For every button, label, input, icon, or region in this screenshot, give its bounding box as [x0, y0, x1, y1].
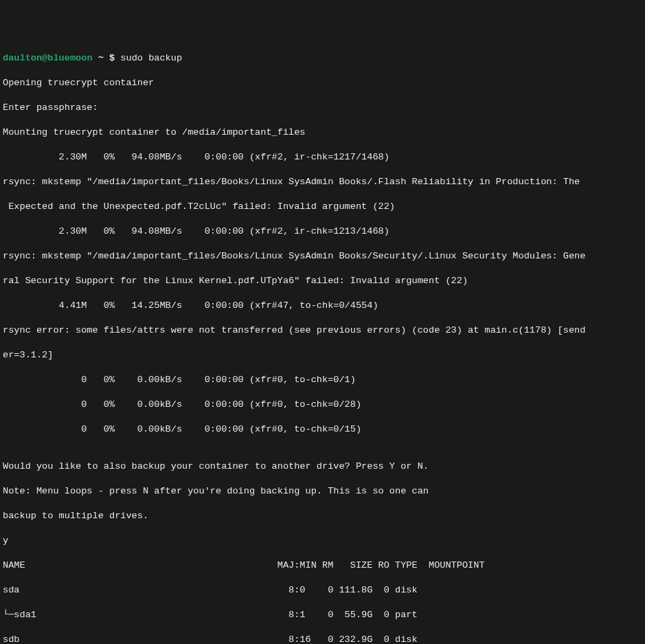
- output-line: 0 0% 0.00kB/s 0:00:00 (xfr#0, to-chk=0/1…: [3, 374, 642, 386]
- prompt-host: bluemoon: [47, 53, 92, 63]
- output-line: 2.30M 0% 94.08MB/s 0:00:00 (xfr#2, ir-ch…: [3, 151, 642, 164]
- output-line: 4.41M 0% 14.25MB/s 0:00:00 (xfr#47, to-c…: [3, 300, 642, 312]
- output-line: er=3.1.2]: [3, 349, 642, 362]
- user-input: y: [3, 535, 642, 547]
- output-line: backup to multiple drives.: [3, 510, 642, 522]
- prompt-path: ~: [93, 53, 109, 63]
- prompt-user: daulton: [3, 53, 42, 63]
- output-line: ral Security Support for the Linux Kerne…: [3, 275, 642, 287]
- output-line: rsync: mkstemp "/media/important_files/B…: [3, 250, 642, 263]
- lsblk-row: sdb 8:16 0 232.9G 0 disk: [3, 634, 642, 644]
- prompt-dollar: $: [109, 53, 120, 63]
- output-line: Note: Menu loops - press N after you're …: [3, 485, 642, 498]
- output-line: 2.30M 0% 94.08MB/s 0:00:00 (xfr#2, ir-ch…: [3, 225, 642, 238]
- lsblk-header: NAME MAJ:MIN RM SIZE RO TYPE MOUNTPOINT: [3, 559, 642, 572]
- output-line: rsync: mkstemp "/media/important_files/B…: [3, 176, 642, 188]
- output-line: Would you like to also backup your conta…: [3, 460, 642, 473]
- output-line: Mounting truecrypt container to /media/i…: [3, 126, 642, 139]
- output-line: 0 0% 0.00kB/s 0:00:00 (xfr#0, to-chk=0/2…: [3, 399, 642, 411]
- lsblk-row: └─sda1 8:1 0 55.9G 0 part: [3, 609, 642, 621]
- command-text: sudo backup: [120, 53, 182, 63]
- output-line: 0 0% 0.00kB/s 0:00:00 (xfr#0, to-chk=0/1…: [3, 423, 642, 436]
- output-line: Enter passphrase:: [3, 102, 642, 114]
- prompt-line-1: daulton@bluemoon ~ $ sudo backup: [3, 52, 642, 65]
- output-line: rsync error: some files/attrs were not t…: [3, 324, 642, 337]
- lsblk-row: sda 8:0 0 111.8G 0 disk: [3, 584, 642, 597]
- output-line: Expected and the Unexpected.pdf.T2cLUc" …: [3, 201, 642, 213]
- output-line: Opening truecrypt container: [3, 77, 642, 89]
